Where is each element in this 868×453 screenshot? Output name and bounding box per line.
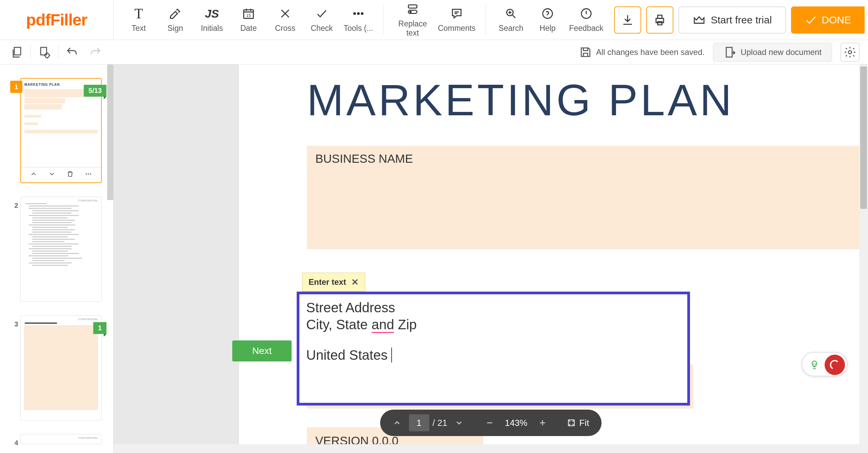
thumb-confidential: CONFIDENTIAL — [78, 436, 98, 439]
thumb-mini-field — [24, 104, 62, 110]
thumbnail-page-4[interactable]: 4 CONFIDENTIAL — [10, 434, 103, 444]
comments-button[interactable]: Comments — [435, 0, 479, 40]
comments-icon — [450, 7, 463, 20]
replace-text-icon — [406, 2, 419, 16]
help-record-toggle — [802, 352, 848, 376]
close-tag-button[interactable]: ✕ — [351, 277, 359, 288]
horizontal-scrollbar[interactable] — [114, 444, 859, 453]
start-free-trial-button[interactable]: Start free trial — [678, 6, 786, 34]
thumb-mini-field — [24, 115, 41, 118]
secondary-right-actions: All changes have been saved. Upload new … — [579, 43, 868, 62]
document-canvas[interactable]: MARKETING PLAN BUSINESS NAME webaddress.… — [114, 64, 868, 453]
sign-tool-button[interactable]: Sign — [157, 0, 194, 40]
svg-point-7 — [410, 11, 412, 13]
thumb-big-field — [24, 325, 98, 410]
checkmark-icon — [805, 14, 817, 26]
thumb-move-down-button[interactable] — [45, 170, 59, 180]
svg-rect-14 — [14, 47, 21, 55]
right-actions-group: Start free trial DONE — [614, 0, 868, 40]
record-button[interactable] — [825, 355, 845, 375]
thumb-number: 3 — [10, 318, 22, 330]
print-button[interactable] — [646, 6, 673, 34]
svg-point-20 — [88, 173, 89, 175]
total-pages-label: / 21 — [433, 418, 447, 428]
next-page-button[interactable] — [451, 414, 468, 431]
trial-label: Start free trial — [711, 14, 772, 26]
thumb-more-button[interactable] — [82, 170, 95, 180]
svg-point-4 — [361, 13, 363, 14]
thumb-mini-field — [24, 130, 98, 133]
replace-text-label-2: text — [406, 28, 419, 38]
tools-more-label: Tools (... — [344, 24, 373, 33]
thumb-confidential: CONFIDENTIAL — [78, 199, 98, 202]
thumbnail-page-1[interactable]: 1 5/13 MARKETING PLAN — [10, 78, 103, 183]
done-button[interactable]: DONE — [791, 6, 865, 34]
top-toolbar: pdfFiller T Text Sign JS Initials 15 Dat… — [0, 0, 868, 40]
enter-text-tag-label: Enter text — [309, 277, 346, 287]
annotation-tools-group: Replace text Comments — [384, 0, 486, 40]
feedback-label: Feedback — [569, 24, 603, 33]
date-tool-button[interactable]: 15 Date — [230, 0, 267, 40]
download-icon — [621, 14, 634, 26]
page-number-input[interactable] — [409, 414, 429, 431]
active-text-editor[interactable]: Street Address City, State and Zip Unite… — [297, 292, 690, 406]
thumb-move-up-button[interactable] — [27, 170, 40, 180]
upload-doc-icon — [724, 46, 736, 59]
upload-document-button[interactable]: Upload new document — [713, 43, 832, 62]
thumb-preview: CONFIDENTIAL — [20, 315, 102, 420]
thumb-preview: CONFIDENTIAL — [20, 197, 102, 302]
cross-tool-label: Cross — [275, 24, 295, 33]
comments-label: Comments — [438, 24, 475, 33]
thumb-delete-button[interactable] — [63, 170, 77, 180]
redo-button[interactable] — [85, 43, 106, 62]
cross-icon — [279, 7, 292, 20]
zoom-out-button[interactable] — [481, 414, 498, 431]
cross-tool-button[interactable]: Cross — [267, 0, 303, 40]
tools-more-button[interactable]: Tools (... — [340, 0, 377, 40]
vertical-scrollbar[interactable] — [859, 64, 868, 453]
check-tool-button[interactable]: Check — [303, 0, 340, 40]
search-button[interactable]: Search — [493, 0, 529, 40]
pages-panel-button[interactable] — [7, 43, 27, 62]
gear-icon — [844, 46, 856, 59]
logo-area: pdfFiller — [0, 0, 114, 40]
page-navigation-pill: / 21 143% Fit — [380, 410, 602, 436]
hint-button[interactable] — [804, 355, 825, 375]
sidebar-scrollbar[interactable] — [107, 64, 113, 200]
thumbnail-page-2[interactable]: 2 CONFIDENTIAL — [10, 197, 103, 302]
help-button[interactable]: Help — [529, 0, 566, 40]
search-icon — [505, 7, 517, 20]
fit-to-page-button[interactable]: Fit — [563, 418, 593, 428]
thumb-mini-field — [24, 122, 38, 125]
thumbnails-sidebar[interactable]: 1 5/13 MARKETING PLAN — [0, 64, 114, 453]
sec-divider — [31, 45, 31, 59]
text-tool-button[interactable]: T Text — [120, 0, 157, 40]
thumb-fields-badge: 1 — [93, 322, 106, 334]
svg-point-3 — [357, 13, 359, 14]
svg-rect-13 — [658, 21, 662, 25]
initials-tool-label: Initials — [201, 24, 223, 33]
scrollbar-thumb[interactable] — [860, 66, 867, 209]
undo-button[interactable] — [62, 43, 82, 62]
zoom-in-button[interactable] — [534, 414, 551, 431]
svg-point-18 — [848, 51, 852, 54]
thumb-preview: CONFIDENTIAL — [20, 434, 102, 444]
prev-page-button[interactable] — [389, 414, 406, 431]
sec-divider-2 — [58, 45, 58, 59]
fit-label: Fit — [579, 418, 589, 428]
editing-tools-group: T Text Sign JS Initials 15 Date Cross — [114, 0, 383, 40]
search-label: Search — [499, 24, 524, 33]
thumb-confidential: CONFIDENTIAL — [78, 318, 98, 321]
business-name-field[interactable]: BUSINESS NAME — [307, 146, 868, 249]
svg-point-19 — [86, 173, 87, 175]
settings-button[interactable] — [841, 43, 860, 62]
feedback-button[interactable]: Feedback — [566, 0, 607, 40]
replace-text-button[interactable]: Replace text — [391, 0, 435, 40]
initials-tool-button[interactable]: JS Initials — [194, 0, 230, 40]
upload-label: Upload new document — [741, 47, 822, 57]
thumbnail-page-3[interactable]: 3 1 CONFIDENTIAL — [10, 315, 103, 420]
download-button[interactable] — [614, 6, 641, 34]
next-field-button[interactable]: Next — [232, 340, 292, 361]
page-settings-button[interactable] — [34, 43, 55, 62]
editor-line-3: United States — [306, 347, 680, 363]
